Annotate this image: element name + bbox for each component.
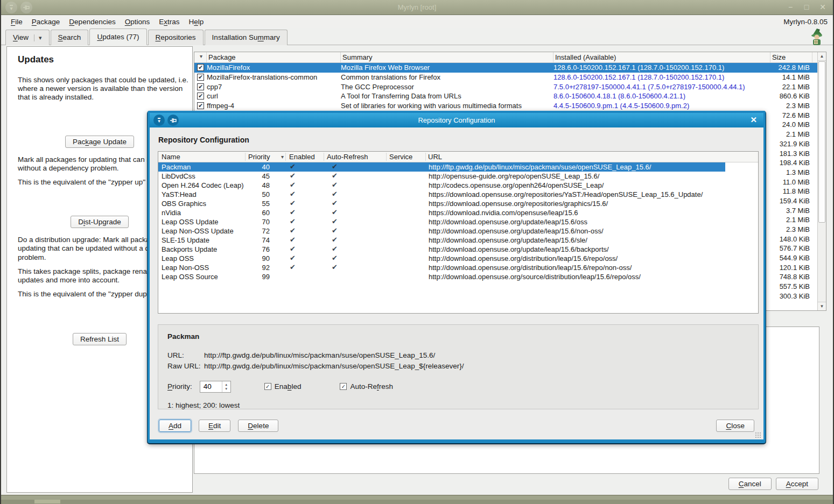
menu-package[interactable]: Package	[32, 18, 60, 26]
package-row[interactable]: ✔ ffmpeg-4 Set of libraries for working …	[194, 101, 818, 111]
package-column-header[interactable]: Package	[207, 52, 341, 62]
repo-enabled-check-icon: ✔	[290, 190, 296, 198]
repository-row[interactable]: Leap Non-OSS Update 72 ✔ ✔ http://downlo…	[158, 226, 725, 236]
menu-options[interactable]: Options	[125, 18, 150, 26]
titlebar[interactable]: ▾ Myrlyn [root] − □ ✕	[1, 0, 833, 15]
package-row[interactable]: ✔ curl A Tool for Transferring Data from…	[194, 91, 818, 101]
package-checkbox[interactable]: ✔	[197, 83, 204, 90]
maximize-icon[interactable]: □	[802, 3, 811, 11]
repo-url-cell: https://download.nvidia.com/opensuse/lea…	[429, 209, 578, 217]
priority-column-header[interactable]: Priority	[248, 153, 270, 161]
name-column-header[interactable]: Name	[162, 153, 180, 161]
menu-help[interactable]: Help	[189, 18, 204, 26]
url-column-header[interactable]: URL	[428, 153, 442, 161]
tab-repositories[interactable]: Repositories	[148, 30, 204, 45]
repository-row[interactable]: Leap OSS Update 70 ✔ ✔ http://download.o…	[158, 217, 725, 226]
installed-column-header[interactable]: Installed (Available)	[553, 52, 770, 62]
tab-search[interactable]: Search	[51, 30, 89, 45]
spin-down-icon[interactable]: ▼	[225, 387, 228, 391]
enabled-checkbox[interactable]: ✓	[264, 383, 271, 390]
repo-enabled-check-icon: ✔	[290, 162, 296, 171]
dialog-menu-icon[interactable]: ▾	[153, 115, 165, 126]
repo-auto-refresh-check-icon: ✔	[332, 172, 338, 180]
priority-sort-icon[interactable]: ▾	[281, 154, 284, 160]
scroll-down-icon[interactable]: ▼	[818, 302, 826, 310]
spin-up-icon[interactable]: ▲	[225, 383, 228, 386]
tab-updates[interactable]: Updates (77)	[89, 29, 146, 45]
repository-row[interactable]: Leap OSS 90 ✔ ✔ http://download.opensuse…	[158, 254, 725, 263]
repo-priority-cell: 72	[246, 227, 270, 235]
repository-row[interactable]: Packman 40 ✔ ✔ http://ftp.gwdg.de/pub/li…	[158, 162, 725, 172]
tab-installation-summary[interactable]: Installation Summary	[205, 30, 288, 45]
package-table-scrollbar[interactable]: ▲ ▼	[817, 52, 826, 310]
close-button[interactable]: Close	[716, 420, 754, 432]
priority-spinner[interactable]: ▲▼	[200, 381, 231, 393]
package-row[interactable]: ✔ cpp7 The GCC Preprocessor 7.5.0+r27819…	[194, 82, 818, 91]
package-checkbox[interactable]: ✔	[197, 102, 204, 109]
refresh-list-button[interactable]: Refresh List	[73, 333, 127, 345]
package-size-cell: 300.3 KiB	[770, 292, 812, 300]
package-checkbox[interactable]: ✔	[197, 74, 204, 81]
package-summary-cell: A Tool for Transferring Data from URLs	[341, 92, 553, 100]
dialog-pin-icon[interactable]	[167, 115, 179, 126]
repo-auto-refresh-check-icon: ✔	[332, 236, 338, 244]
repo-auto-refresh-check-icon: ✔	[332, 181, 338, 189]
package-size-cell: 181.3 KiB	[770, 150, 812, 158]
scroll-up-icon[interactable]: ▲	[818, 52, 826, 61]
dialog-titlebar[interactable]: Repository Configuration ▾ ✕	[150, 113, 763, 127]
repository-row[interactable]: Open H.264 Codec (Leap) 48 ✔ ✔ http://co…	[158, 181, 725, 190]
view-dropdown-icon[interactable]: ▾	[34, 34, 42, 41]
repository-row[interactable]: SLE-15 Update 74 ✔ ✔ http://download.ope…	[158, 236, 725, 245]
tab-view[interactable]: View▾	[5, 30, 50, 45]
package-checkbox[interactable]: ✔	[197, 93, 204, 100]
package-size-cell: 14.1 MiB	[770, 73, 812, 81]
package-row[interactable]: ✔ MozillaFirefox-translations-common Com…	[194, 73, 818, 82]
accept-button[interactable]: Accept	[776, 478, 818, 490]
repository-row[interactable]: nVidia 60 ✔ ✔ https://download.nvidia.co…	[158, 208, 725, 217]
app-version-label: Myrlyn-0.8.05	[783, 18, 828, 26]
repository-configuration-dialog: Repository Configuration ▾ ✕ Repository …	[148, 111, 766, 443]
repository-row[interactable]: Backports Update 76 ✔ ✔ http://download.…	[158, 245, 725, 254]
menu-file[interactable]: File	[11, 18, 23, 26]
delete-button[interactable]: Delete	[238, 420, 278, 432]
package-size-cell: 321.9 KiB	[770, 140, 812, 148]
repository-row[interactable]: LibDvdCss 45 ✔ ✔ http://opensuse-guide.o…	[158, 172, 725, 181]
repository-row[interactable]: Leap OSS Source 99 ✔ ✔ http://download.o…	[158, 272, 725, 281]
repository-row[interactable]: Leap Non-OSS 92 ✔ ✔ http://download.open…	[158, 263, 725, 272]
auto-refresh-checkbox-label: Auto-Refresh	[350, 382, 393, 391]
package-update-button[interactable]: Package Update	[65, 136, 134, 148]
repository-row[interactable]: OBS Graphics 55 ✔ ✔ https://download.ope…	[158, 199, 725, 208]
close-icon[interactable]: ✕	[818, 3, 828, 11]
menu-extras[interactable]: Extras	[159, 18, 179, 26]
cancel-button[interactable]: Cancel	[728, 478, 772, 490]
package-size-cell: 576.7 KiB	[770, 244, 812, 252]
repo-url-cell: http://download.opensuse.org/update/leap…	[429, 218, 587, 226]
taskbar-item[interactable]	[34, 500, 60, 503]
dialog-close-icon[interactable]: ✕	[750, 115, 757, 125]
minimize-icon[interactable]: −	[786, 3, 795, 11]
dist-upgrade-button[interactable]: Dist-Upgrade	[71, 216, 129, 228]
size-column-header[interactable]: Size	[770, 52, 812, 62]
scrollbar-thumb[interactable]	[818, 61, 825, 223]
repository-row[interactable]: YaST:Head 50 ✔ ✔ https://download.opensu…	[158, 190, 725, 199]
edit-button[interactable]: Edit	[199, 420, 230, 432]
dialog-resize-grip[interactable]	[755, 432, 761, 438]
add-button[interactable]: Add	[159, 420, 191, 432]
service-column-header[interactable]: Service	[389, 153, 412, 161]
check-column-header[interactable]: ▾	[194, 52, 207, 62]
priority-input[interactable]	[200, 381, 222, 392]
repo-name-cell: YaST:Head	[162, 190, 197, 198]
repo-name-cell: Leap OSS	[162, 254, 194, 262]
tabbar: View▾ Search Updates (77) Repositories I…	[1, 28, 833, 45]
summary-column-header[interactable]: Summary	[341, 52, 553, 62]
repo-auto-refresh-check-icon: ✔	[332, 217, 338, 225]
menu-dependencies[interactable]: Dependencies	[69, 18, 115, 26]
package-checkbox[interactable]: ✔	[197, 64, 204, 71]
raw-url-label: Raw URL:	[167, 361, 204, 372]
package-row[interactable]: ✔ MozillaFirefox Mozilla Firefox Web Bro…	[194, 63, 818, 73]
auto-refresh-column-header[interactable]: Auto-Refresh	[327, 153, 368, 161]
window-bottom-frame	[1, 495, 833, 500]
enabled-column-header[interactable]: Enabled	[289, 153, 315, 161]
package-size-cell: 2.1 MiB	[770, 216, 812, 224]
auto-refresh-checkbox[interactable]: ✓	[340, 383, 347, 390]
